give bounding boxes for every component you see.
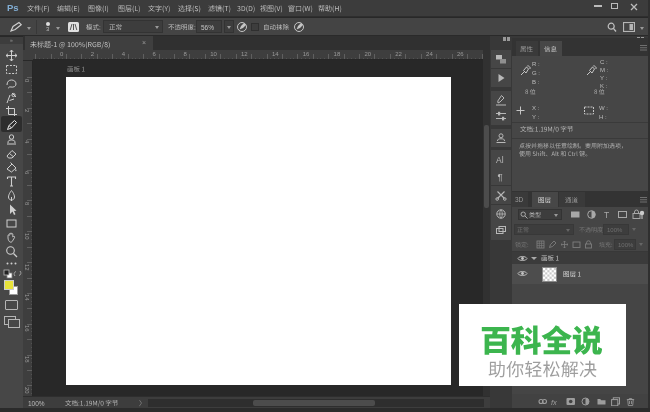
svg-text:fx: fx [551, 398, 557, 407]
svg-text:¶: ¶ [498, 171, 503, 182]
svg-text:Al: Al [496, 155, 504, 165]
svg-text:T: T [604, 210, 609, 220]
